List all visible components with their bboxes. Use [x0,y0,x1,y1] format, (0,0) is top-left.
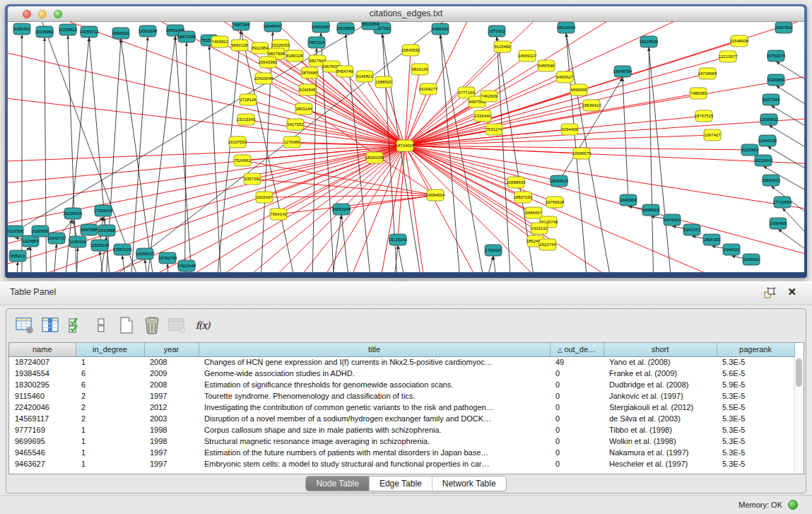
graph-node[interactable]: 15692931 [762,175,781,186]
graph-node[interactable]: 7697344 [233,22,249,30]
graph-node[interactable]: 10996575 [572,148,592,159]
graph-node[interactable]: 1071912 [488,25,505,37]
graph-node[interactable]: 1615437 [256,192,273,203]
graph-node[interactable]: 1035465 [770,218,787,229]
graph-node[interactable]: 11548908 [730,35,749,47]
zoom-traffic-light-icon[interactable] [54,10,62,18]
table-row[interactable]: 969969511998Structural magnetic resonanc… [9,436,794,447]
graph-node[interactable]: 8813054 [362,22,379,30]
graph-node[interactable]: 13213343 [237,114,256,125]
graph-node[interactable]: 9699695 [570,84,587,95]
graph-node[interactable]: 6938923 [642,204,659,216]
column-header-title[interactable]: title [199,343,550,356]
graph-node[interactable]: 16210643 [754,155,773,166]
graph-node[interactable]: 12444158 [758,135,777,146]
table-row[interactable]: 1872400712008Changes of HCN gene express… [9,356,794,368]
graph-node[interactable]: 15136141 [389,234,408,245]
graph-node[interactable]: 19384554 [426,189,445,201]
graph-node[interactable]: 9242845 [299,84,316,95]
graph-node[interactable]: 9097588 [81,224,98,235]
graph-node[interactable]: 12342737 [47,233,66,244]
column-header-pagerank[interactable]: pagerank [717,343,794,356]
graph-node[interactable]: 7531174 [486,124,502,135]
graph-node[interactable]: 1640954 [620,194,637,206]
graph-node[interactable]: 16033809 [336,23,355,34]
graph-node[interactable]: 2336440 [474,110,491,122]
graph-node[interactable]: 1588520 [375,76,392,88]
select-all-icon[interactable] [66,316,85,334]
graph-node[interactable]: 18807293 [514,192,533,203]
graph-node[interactable]: 9816126 [411,64,428,75]
graph-node[interactable]: 22420046 [254,73,273,84]
graph-node[interactable]: 1170066 [283,136,300,148]
column-header-in_degree[interactable]: in_degree [76,343,144,356]
graph-node[interactable]: 1145194 [69,236,86,247]
graph-node[interactable]: 8912954 [252,42,269,54]
graph-node[interactable]: 10196862 [35,26,54,37]
graph-node[interactable]: 20053346 [332,204,351,215]
graph-node[interactable]: 9245012 [743,254,760,265]
graph-node[interactable]: 9684067 [525,207,542,218]
graph-node[interactable]: 18300295 [365,152,384,163]
graph-node[interactable]: 16107553 [228,136,247,148]
table-row[interactable]: 946362711997Embryonic stem cells: a mode… [9,458,794,469]
graph-node[interactable]: 18549423 [582,100,601,111]
graph-node[interactable]: 18724007 [396,140,415,151]
graph-node[interactable]: 1067427 [704,129,721,141]
column-header-name[interactable]: name [9,343,76,356]
graph-node[interactable]: 12093832 [760,114,779,125]
graph-node[interactable]: 8186328 [286,50,303,62]
graph-node[interactable]: 15843582 [401,45,420,56]
network-window-titlebar[interactable]: citations_edges.txt [8,6,804,22]
table-row[interactable]: 2242004622012Investigating the contribut… [9,402,794,413]
graph-node[interactable]: 7654143 [270,209,287,220]
graph-node[interactable]: 9660128 [231,40,248,51]
tab-node-table[interactable]: Node Table [306,477,370,491]
select-column-icon[interactable] [40,316,59,334]
graph-node[interactable]: 3875685 [301,67,318,78]
graph-node[interactable]: 9427552 [287,119,304,130]
graph-node[interactable]: 17710554 [773,197,792,208]
graph-node[interactable]: 12213977 [719,51,738,62]
graph-node[interactable]: 2522744 [539,239,556,250]
table-row[interactable]: 1456911722003Disruption of a novel membe… [9,413,794,424]
graph-node[interactable]: 16045447 [264,22,283,32]
float-window-icon[interactable] [763,287,775,299]
graph-node[interactable]: 19654923 [550,175,569,187]
graph-node[interactable]: 6466161 [432,23,449,35]
delete-table-icon[interactable] [167,316,187,334]
table-row[interactable]: 946554611997Estimation of the future num… [9,447,794,458]
graph-node[interactable]: 1733426 [485,245,502,256]
graph-node[interactable]: 10958107 [136,248,155,259]
graph-node[interactable]: 16164277 [419,83,438,95]
graph-node[interactable]: 11239812 [59,24,78,35]
graph-node[interactable]: 14055712 [80,26,99,37]
delete-entry-icon[interactable] [142,316,161,334]
graph-node[interactable]: 9329966 [767,74,784,86]
graph-node[interactable]: 6474021 [664,214,681,226]
graph-node[interactable]: 19218506 [640,36,659,47]
close-panel-icon[interactable]: ✕ [787,286,796,298]
graph-node[interactable]: 12923448 [177,260,196,271]
graph-node[interactable]: 9465546 [538,60,555,71]
table-settings-icon[interactable] [15,316,34,334]
graph-node[interactable]: 9115460 [494,41,511,52]
graph-node[interactable]: 14569117 [518,50,537,62]
graph-node[interactable]: 18313054 [557,22,576,33]
graph-node[interactable]: 2803144 [295,103,312,115]
column-header-out_de[interactable]: △ out_de… [550,343,604,356]
tab-edge-table[interactable]: Edge Table [370,477,433,491]
graph-node[interactable]: 7857224 [308,37,325,48]
graph-node[interactable]: 1615132 [531,223,548,234]
graph-node[interactable]: 1046021 [723,244,740,255]
graph-node[interactable]: 10332698 [139,25,158,37]
graph-node[interactable]: 16671355 [177,31,196,42]
graph-node[interactable]: 9241371 [683,224,700,235]
scrollbar-thumb[interactable] [796,358,802,387]
graph-node[interactable]: 12505135 [90,240,110,251]
clear-selection-icon[interactable] [91,316,110,334]
graph-node[interactable]: 17957223 [113,244,132,255]
graph-node[interactable]: 19756928 [546,197,565,208]
table-row[interactable]: 977716911998Corpus callosum shape and si… [9,424,794,436]
graph-node[interactable]: 16782759 [158,252,177,264]
